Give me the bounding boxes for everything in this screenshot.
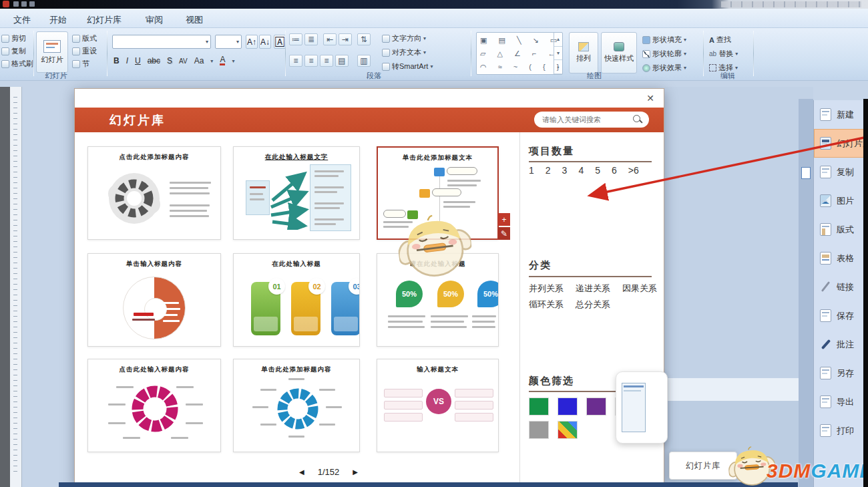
category-option[interactable]: 因果关系 <box>622 283 657 295</box>
shape-outline-button[interactable]: 形状轮廓▾ <box>642 49 686 59</box>
slide-thumbnail-4[interactable]: 单击输入标题内容 <box>87 253 221 347</box>
reset-button[interactable]: 重设 <box>72 46 97 56</box>
menu-item-new[interactable]: 新建 <box>814 100 868 129</box>
shapes-gallery-scrollbar[interactable]: ▴ ▾ ▪ <box>554 33 562 74</box>
font-color-button[interactable]: A <box>220 56 225 65</box>
count-option[interactable]: 3 <box>562 165 568 176</box>
scrollbar-strip[interactable] <box>799 99 813 487</box>
format-painter-button[interactable]: 格式刷 <box>1 59 33 69</box>
align-center-button[interactable]: ≡ <box>304 55 318 67</box>
bullets-button[interactable]: ≔ <box>289 33 302 45</box>
menu-item-print[interactable]: 打印 <box>814 416 868 445</box>
search-box[interactable] <box>534 112 649 128</box>
copy-button[interactable]: 复制 <box>1 46 26 56</box>
quick-access-icon[interactable] <box>13 1 19 7</box>
strikethrough-button[interactable]: abc <box>148 56 160 65</box>
category-option[interactable]: 循环关系 <box>529 299 564 311</box>
columns-button[interactable]: ▥ <box>357 55 371 67</box>
tab-view[interactable]: 视图 <box>183 13 206 27</box>
edit-slide-button[interactable]: ✎ <box>498 227 510 240</box>
slide-thumbnail-2[interactable]: 在此处输入标题文字 <box>233 146 360 240</box>
gallery-more-icon[interactable]: ▪ <box>554 60 562 74</box>
arrange-button[interactable]: 排列 <box>569 32 598 73</box>
tab-slide-library[interactable]: 幻灯片库 <box>84 13 124 27</box>
bold-button[interactable]: B <box>114 56 120 65</box>
count-option[interactable]: 1 <box>529 165 534 176</box>
italic-button[interactable]: I <box>126 56 128 65</box>
text-shadow-button[interactable]: S <box>167 56 172 65</box>
cut-button[interactable]: 剪切 <box>1 33 26 43</box>
scroll-up-icon[interactable]: ▴ <box>554 33 562 47</box>
color-swatch-gray[interactable] <box>529 421 549 439</box>
numbering-button[interactable]: ≣ <box>304 33 318 45</box>
count-option[interactable]: >6 <box>628 165 639 176</box>
align-left-button[interactable]: ≡ <box>289 55 302 67</box>
color-swatch-blue[interactable] <box>558 397 578 416</box>
shapes-gallery[interactable]: ▣ ▤ ╲ ↘ ▭ ○ ▱ △ ∠ ⌐ ← ↓ ◠ ≈ ~ ( { } ▴ ▾ … <box>476 32 563 75</box>
font-name-combo[interactable]: ▾ <box>112 35 211 49</box>
shape-fill-button[interactable]: 形状填充▾ <box>642 35 686 45</box>
search-icon[interactable] <box>633 115 642 124</box>
color-swatch-green[interactable] <box>529 397 549 416</box>
convert-smartart-button[interactable]: 转SmartArt▾ <box>382 61 433 71</box>
underline-button[interactable]: U <box>135 56 141 65</box>
menu-item-table[interactable]: 表格 <box>814 244 868 273</box>
slide-thumbnail-7[interactable]: 点击此处输入标题内容 <box>87 359 221 452</box>
menu-item-slide-library[interactable]: 幻灯片库 <box>814 129 868 158</box>
tab-file[interactable]: 文件 <box>11 13 33 27</box>
menu-item-picture[interactable]: 图片 <box>814 186 868 215</box>
color-swatch-rainbow[interactable] <box>558 421 578 439</box>
add-slide-button[interactable]: + <box>498 213 510 226</box>
category-option[interactable]: 总分关系 <box>576 299 610 311</box>
menu-item-link[interactable]: 链接 <box>814 273 868 301</box>
search-input[interactable] <box>534 112 649 128</box>
align-right-button[interactable]: ≡ <box>320 55 333 67</box>
tab-review[interactable]: 审阅 <box>143 13 166 27</box>
next-page-icon[interactable]: ▶ <box>353 468 358 476</box>
clear-format-button[interactable]: 🄰 <box>274 35 286 49</box>
tab-home[interactable]: 开始 <box>47 13 69 27</box>
menu-item-copy[interactable]: 复制 <box>814 158 868 186</box>
section-button[interactable]: 节 <box>72 59 89 69</box>
align-text-button[interactable]: 对齐文本▾ <box>382 47 426 57</box>
slide-thumbnail-1[interactable]: 点击此处添加标题内容 <box>87 146 221 240</box>
count-option[interactable]: 5 <box>595 165 600 176</box>
menu-item-save[interactable]: 保存 <box>814 301 868 330</box>
replace-button[interactable]: ab替换▾ <box>709 49 738 59</box>
quick-styles-button[interactable]: 快速样式 <box>601 32 637 73</box>
find-button[interactable]: A查找 <box>709 35 731 45</box>
menu-item-export[interactable]: 导出 <box>814 387 868 416</box>
vs-right-bar <box>455 413 493 422</box>
font-size-combo[interactable]: ▾ <box>215 35 242 49</box>
decrease-indent-button[interactable]: ⇤ <box>323 33 337 45</box>
grow-font-button[interactable]: A↑ <box>246 35 258 49</box>
category-option[interactable]: 并列关系 <box>529 283 564 295</box>
category-option[interactable]: 递进关系 <box>576 283 610 295</box>
menu-item-annotate[interactable]: 批注 <box>814 330 868 359</box>
quick-access-icon[interactable] <box>21 1 27 7</box>
text-line <box>108 422 126 424</box>
menu-item-layout[interactable]: 版式 <box>814 215 868 244</box>
char-spacing-button[interactable]: AV <box>179 57 188 65</box>
color-swatch-purple[interactable] <box>586 397 606 416</box>
justify-button[interactable]: ▤ <box>335 55 349 67</box>
prev-page-icon[interactable]: ◀ <box>299 468 304 476</box>
slide-thumbnail-9[interactable]: 输入标题文本 VS <box>377 359 499 452</box>
text-direction-button[interactable]: 文字方向▾ <box>382 33 426 43</box>
count-option[interactable]: 2 <box>546 165 551 176</box>
new-slide-button[interactable]: 幻灯片 <box>36 31 68 73</box>
slide-thumbnail-8[interactable]: 单击此处添加标题内容 <box>233 359 360 452</box>
slide-thumbnail-5[interactable]: 在此处输入标题 01 02 03 <box>233 253 360 347</box>
count-option[interactable]: 6 <box>612 165 617 176</box>
line-spacing-button[interactable]: ⇅ <box>357 33 371 45</box>
scroll-down-icon[interactable]: ▾ <box>554 47 562 61</box>
close-icon[interactable]: ✕ <box>646 93 654 104</box>
increase-indent-button[interactable]: ⇥ <box>339 33 352 45</box>
count-option[interactable]: 4 <box>578 165 584 176</box>
layout-button[interactable]: 版式 <box>72 33 97 43</box>
change-case-button[interactable]: Aa <box>194 56 204 65</box>
shrink-font-button[interactable]: A↓ <box>259 35 271 49</box>
menu-item-save-as[interactable]: 另存 <box>814 359 868 387</box>
shape-effects-button[interactable]: 形状效果▾ <box>642 63 686 73</box>
quick-access-icon[interactable] <box>29 1 35 7</box>
